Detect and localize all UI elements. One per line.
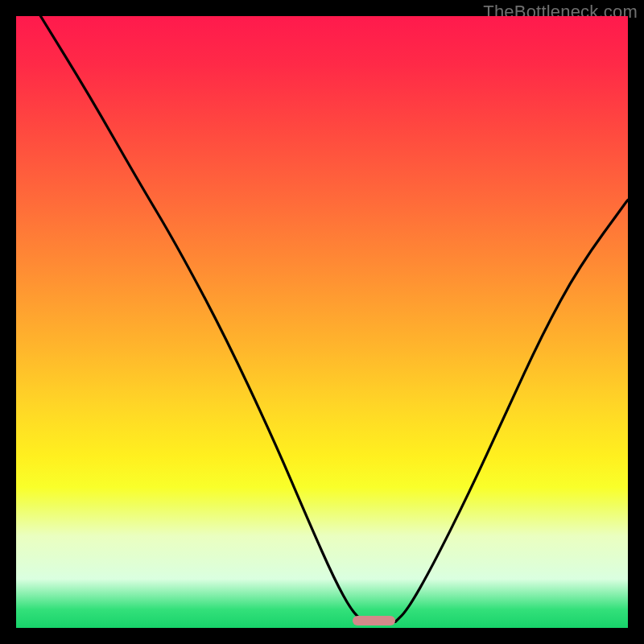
valley-marker xyxy=(353,616,395,625)
chart-frame: TheBottleneck.com xyxy=(0,0,644,644)
plot-area xyxy=(16,16,628,628)
curve-left-branch xyxy=(40,16,365,621)
bottleneck-curve xyxy=(16,16,628,628)
curve-right-branch xyxy=(395,200,628,621)
